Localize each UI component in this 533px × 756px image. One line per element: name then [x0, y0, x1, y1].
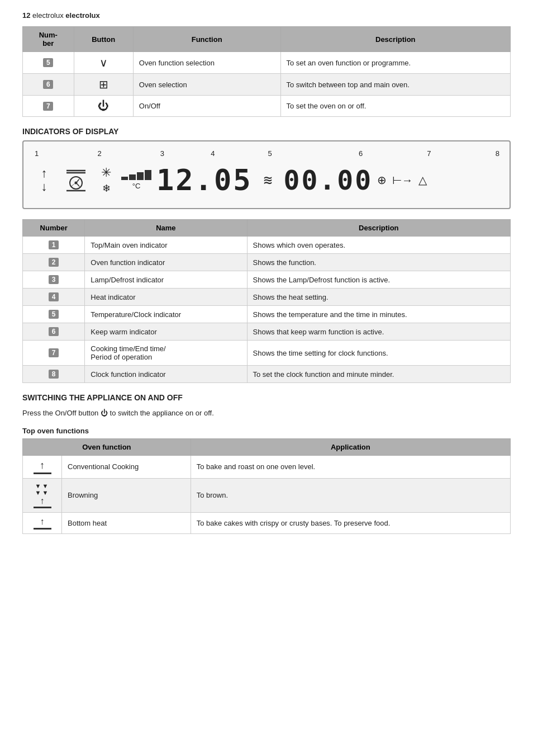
row-number: 7 — [23, 96, 74, 117]
col-header-oven-app: Application — [191, 438, 510, 455]
row-function: On/Off — [133, 96, 280, 117]
indicator-description: Shows the Lamp/Defrost function is activ… — [247, 271, 510, 289]
row-button: ⊞ — [74, 74, 133, 96]
diagram-number-row: 1 2 3 4 5 6 7 8 — [29, 149, 504, 158]
oven-function-icon — [63, 167, 89, 193]
col-header-oven-fn: Oven function — [23, 438, 191, 455]
row-description: To set an oven function or programme. — [280, 52, 510, 74]
bell-icon: △ — [418, 173, 427, 187]
oven-fn-row: ↑ Bottom heat To bake cakes with crispy … — [23, 512, 511, 533]
oven-function-table: Oven function Application ↑ Conventional… — [22, 438, 511, 534]
oven-fn-row: ▼▼ ▼▼ ↑ Browning To brown. — [23, 478, 511, 512]
oven-fn-name: Conventional Cooking — [62, 455, 191, 478]
diag-num-2: 2 — [97, 149, 101, 158]
diag-zone-7: 00.00 — [284, 167, 373, 193]
switching-title: SWITCHING THE APPLIANCE ON AND OFF — [22, 393, 511, 402]
diag-zone-1: ↑ ↓ — [32, 167, 56, 193]
indicator-table-row: 4 Heat indicator Shows the heat setting. — [23, 289, 511, 306]
button-table-row: 5 ∨ Oven function selection To set an ov… — [23, 52, 511, 74]
row-button: ∨ — [74, 52, 133, 74]
brand-name-text: electrolux — [65, 11, 99, 20]
diag-zone-3: ✳ ❄ — [96, 166, 116, 195]
diag-num-5: 5 — [268, 149, 272, 158]
indicator-table-row: 7 Cooking time/End time/Period of operat… — [23, 341, 511, 366]
indicator-description: Shows the function. — [247, 254, 510, 271]
diag-num-6: 6 — [359, 149, 363, 158]
oven-fn-icon-cell: ↑ — [23, 512, 62, 533]
diag-num-8: 8 — [496, 149, 499, 158]
page-header: 12 electrolux electrolux — [22, 11, 511, 20]
indicator-name: Keep warm indicator — [85, 323, 247, 341]
indicator-name: Lamp/Defrost indicator — [85, 271, 247, 289]
indicator-description: Shows which oven operates. — [247, 237, 510, 254]
clock-display: 12.05 — [156, 166, 253, 195]
oven-fn-icon-cell: ▼▼ ▼▼ ↑ — [23, 478, 62, 512]
oven-fn-application: To bake cakes with crispy or crusty base… — [191, 512, 510, 533]
button-table-row: 7 ⏻ On/Off To set the oven on or off. — [23, 96, 511, 117]
indicators-table: Number Name Description 1 Top/Main oven … — [22, 219, 511, 383]
indicator-number: 4 — [23, 289, 85, 306]
diag-num-4: 4 — [211, 149, 215, 158]
col-header-ind-description: Description — [247, 220, 510, 237]
bottom-heat-icon: ↑ — [28, 517, 56, 530]
indicator-number: 5 — [23, 306, 85, 323]
indicator-table-row: 3 Lamp/Defrost indicator Shows the Lamp/… — [23, 271, 511, 289]
svg-point-3 — [75, 182, 78, 185]
diag-zone-2 — [60, 167, 92, 193]
indicator-table-row: 5 Temperature/Clock indicator Shows the … — [23, 306, 511, 323]
col-header-description: Description — [280, 27, 510, 52]
diag-num-3: 3 — [160, 149, 164, 158]
timer-display: 00.00 — [284, 167, 373, 193]
oven-fn-name: Browning — [62, 478, 191, 512]
oven-fn-name: Bottom heat — [62, 512, 191, 533]
col-header-ind-number: Number — [23, 220, 85, 237]
diag-zone-5: 12.05 — [156, 166, 253, 195]
conventional-icon: ↑ — [28, 460, 56, 474]
indicator-description: To set the clock function and minute min… — [247, 366, 510, 383]
oven-fn-row: ↑ Conventional Cooking To bake and roast… — [23, 455, 511, 478]
indicator-description: Shows the heat setting. — [247, 289, 510, 306]
indicator-description: Shows that keep warm function is active. — [247, 323, 510, 341]
row-button: ⏻ — [74, 96, 133, 117]
row-description: To set the oven on or off. — [280, 96, 510, 117]
indicator-name: Oven function indicator — [85, 254, 247, 271]
col-header-button: Button — [74, 27, 133, 52]
display-diagram: 1 2 3 4 5 6 7 8 ↑ ↓ — [22, 140, 511, 209]
diag-zone-6: ≋ — [257, 172, 279, 188]
row-description: To switch between top and main oven. — [280, 74, 510, 96]
diag-zone-4: °C — [121, 170, 152, 190]
row-number: 6 — [23, 74, 74, 96]
clock-icon: ⊕ — [377, 173, 387, 187]
col-header-number: Num-ber — [23, 27, 74, 52]
diag-num-1: 1 — [35, 149, 39, 158]
indicator-name: Top/Main oven indicator — [85, 237, 247, 254]
diag-zone-8: ⊕ ⊢→ △ — [377, 173, 427, 187]
switching-text: Press the On/Off button ⏻ to switch the … — [22, 408, 511, 419]
indicator-number: 8 — [23, 366, 85, 383]
indicator-table-row: 2 Oven function indicator Shows the func… — [23, 254, 511, 271]
indicator-description: Shows the temperature and the time in mi… — [247, 306, 510, 323]
indicator-name: Heat indicator — [85, 289, 247, 306]
button-table-row: 6 ⊞ Oven selection To switch between top… — [23, 74, 511, 96]
diag-num-7: 7 — [427, 149, 431, 158]
indicator-table-row: 8 Clock function indicator To set the cl… — [23, 366, 511, 383]
indicator-description: Shows the time setting for clock functio… — [247, 341, 510, 366]
page-number: 12 — [22, 11, 30, 20]
indicator-table-row: 6 Keep warm indicator Shows that keep wa… — [23, 323, 511, 341]
oven-fn-application: To bake and roast on one oven level. — [191, 455, 510, 478]
indicator-table-row: 1 Top/Main oven indicator Shows which ov… — [23, 237, 511, 254]
end-time-icon: ⊢→ — [392, 173, 413, 187]
indicator-name: Clock function indicator — [85, 366, 247, 383]
row-function: Oven selection — [133, 74, 280, 96]
row-number: 5 — [23, 52, 74, 74]
browning-icon: ▼▼ ▼▼ ↑ — [28, 483, 56, 508]
oven-fn-icon-cell: ↑ — [23, 455, 62, 478]
col-header-function: Function — [133, 27, 280, 52]
col-header-ind-name: Name — [85, 220, 247, 237]
top-oven-title: Top oven functions — [22, 427, 511, 435]
indicator-number: 1 — [23, 237, 85, 254]
indicator-number: 2 — [23, 254, 85, 271]
row-function: Oven function selection — [133, 52, 280, 74]
indicator-name: Temperature/Clock indicator — [85, 306, 247, 323]
indicators-section-title: INDICATORS OF DISPLAY — [22, 127, 511, 136]
